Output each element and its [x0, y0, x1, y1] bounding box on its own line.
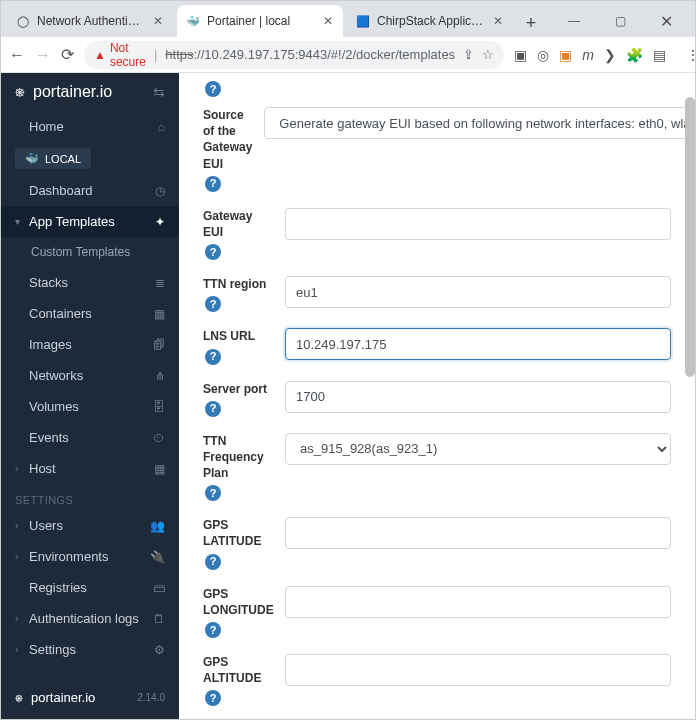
close-tab-icon[interactable]: ✕ — [491, 14, 505, 28]
portainer-logo-icon: ⎈ — [15, 83, 25, 101]
stacks-icon: ≣ — [155, 276, 165, 290]
favicon-icon: 🟦 — [355, 13, 371, 29]
scrollbar-thumb[interactable] — [685, 97, 695, 377]
sidebar-item-home[interactable]: Home⌂ — [1, 111, 179, 142]
gps-lat-input[interactable] — [285, 517, 671, 549]
help-icon[interactable]: ? — [205, 244, 221, 260]
help-icon[interactable]: ? — [205, 485, 221, 501]
sidebar-env-selector[interactable]: 🐳LOCAL — [1, 142, 179, 175]
share-icon[interactable]: ⇪ — [463, 47, 474, 62]
help-icon[interactable]: ? — [205, 349, 221, 365]
images-icon: 🗐 — [153, 338, 165, 352]
label-lns-url: LNS URL — [203, 328, 273, 344]
gps-alt-input[interactable] — [285, 654, 671, 686]
label-server-port: Server port — [203, 381, 273, 397]
label-gps-lon: GPS LONGITUDE — [203, 586, 273, 618]
forward-button[interactable]: → — [35, 46, 51, 64]
browser-menu-icon[interactable]: ⋮ — [686, 47, 696, 63]
close-tab-icon[interactable]: ✕ — [151, 14, 165, 28]
sidebar-item-auth-logs[interactable]: ›Authentication logs🗒 — [1, 603, 179, 634]
sidebar: ⎈ portainer.io ⇆ Home⌂ 🐳LOCAL Dashboard◷… — [1, 73, 179, 719]
tab-network-auth[interactable]: ◯ Network Authentication ✕ — [7, 5, 173, 37]
gateway-eui-input[interactable] — [285, 208, 671, 240]
sidebar-item-registries[interactable]: Registries🗃 — [1, 572, 179, 603]
extensions-menu-icon[interactable]: ❯ — [604, 47, 616, 63]
tab-title: Portainer | local — [207, 14, 315, 28]
help-icon[interactable]: ? — [205, 81, 221, 97]
window-close-button[interactable]: ✕ — [643, 5, 689, 37]
template-icon: ✦ — [155, 215, 165, 229]
reload-button[interactable]: ⟳ — [61, 45, 74, 64]
extension-icon[interactable]: ◎ — [537, 47, 549, 63]
brand-logo[interactable]: ⎈ portainer.io ⇆ — [1, 73, 179, 111]
networks-icon: ⋔ — [155, 369, 165, 383]
address-bar[interactable]: ▲ Not secure | https://10.249.197.175:94… — [84, 41, 504, 69]
label-gateway-eui: Gateway EUI — [203, 208, 273, 240]
chevron-right-icon: › — [15, 551, 29, 562]
version-label: 2.14.0 — [137, 692, 165, 703]
sidebar-item-custom-templates[interactable]: Custom Templates — [1, 237, 179, 267]
sidebar-item-users[interactable]: ›Users👥 — [1, 510, 179, 541]
gear-icon: ⚙ — [154, 643, 165, 657]
sidebar-item-dashboard[interactable]: Dashboard◷ — [1, 175, 179, 206]
ttn-region-input[interactable] — [285, 276, 671, 308]
label-gps-alt: GPS ALTITUDE — [203, 654, 273, 686]
browser-tabbar: ◯ Network Authentication ✕ 🐳 Portainer |… — [1, 1, 695, 37]
sidebar-item-volumes[interactable]: Volumes🗄 — [1, 391, 179, 422]
sidebar-item-app-templates[interactable]: ▾App Templates✦ — [1, 206, 179, 237]
back-button[interactable]: ← — [9, 46, 25, 64]
extension-icon[interactable]: ▣ — [559, 47, 572, 63]
main-content: ? Source of the Gateway EUI? Generate ga… — [179, 73, 695, 719]
chevron-down-icon: ▾ — [15, 216, 29, 227]
freq-plan-select[interactable]: as_915_928(as_923_1) — [285, 433, 671, 465]
tab-title: ChirpStack Application Server — [377, 14, 485, 28]
extension-icon[interactable]: ▤ — [653, 47, 666, 63]
brand-name: portainer.io — [33, 83, 112, 101]
new-tab-button[interactable]: + — [517, 9, 545, 37]
database-icon: 🗃 — [153, 581, 165, 595]
label-source-eui: Source of the Gateway EUI — [203, 107, 252, 172]
portainer-logo-icon: ⎈ — [15, 690, 23, 705]
help-icon[interactable]: ? — [205, 690, 221, 706]
gps-lon-input[interactable] — [285, 586, 671, 618]
help-icon[interactable]: ? — [205, 622, 221, 638]
close-tab-icon[interactable]: ✕ — [321, 14, 335, 28]
logs-icon: 🗒 — [153, 612, 165, 626]
window-minimize-button[interactable]: — — [551, 5, 597, 37]
help-icon[interactable]: ? — [205, 176, 221, 192]
sidebar-item-events[interactable]: Events⏲ — [1, 422, 179, 453]
help-icon[interactable]: ? — [205, 554, 221, 570]
sidebar-item-containers[interactable]: Containers▦ — [1, 298, 179, 329]
not-secure-badge[interactable]: ▲ Not secure — [94, 41, 146, 69]
window-maximize-button[interactable]: ▢ — [597, 5, 643, 37]
browser-toolbar: ← → ⟳ ▲ Not secure | https://10.249.197.… — [1, 37, 695, 73]
gauge-icon: ◷ — [155, 184, 165, 198]
extension-icon[interactable]: ▣ — [514, 47, 527, 63]
extension-icon[interactable]: 🧩 — [626, 47, 643, 63]
sidebar-item-host[interactable]: ›Host▦ — [1, 453, 179, 484]
tab-chirpstack[interactable]: 🟦 ChirpStack Application Server ✕ — [347, 5, 513, 37]
help-icon[interactable]: ? — [205, 296, 221, 312]
home-icon: ⌂ — [158, 120, 165, 134]
sidebar-heading-settings: SETTINGS — [1, 484, 179, 510]
server-port-input[interactable] — [285, 381, 671, 413]
help-icon[interactable]: ? — [205, 401, 221, 417]
collapse-sidebar-icon[interactable]: ⇆ — [153, 84, 165, 100]
sidebar-item-settings[interactable]: ›Settings⚙ — [1, 634, 179, 665]
containers-icon: ▦ — [154, 307, 165, 321]
sidebar-item-images[interactable]: Images🗐 — [1, 329, 179, 360]
sidebar-item-environments[interactable]: ›Environments🔌 — [1, 541, 179, 572]
url-text: https://10.249.197.175:9443/#!/2/docker/… — [165, 47, 455, 62]
extension-icon[interactable]: m — [582, 47, 594, 63]
lns-url-input[interactable] — [285, 328, 671, 360]
label-gps-lat: GPS LATITUDE — [203, 517, 273, 549]
favicon-icon: 🐳 — [185, 13, 201, 29]
tab-portainer[interactable]: 🐳 Portainer | local ✕ — [177, 5, 343, 37]
host-icon: ▦ — [154, 462, 165, 476]
sidebar-item-networks[interactable]: Networks⋔ — [1, 360, 179, 391]
source-eui-select[interactable]: Generate gateway EUI based on following … — [264, 107, 695, 139]
events-icon: ⏲ — [153, 431, 165, 445]
sidebar-item-stacks[interactable]: Stacks≣ — [1, 267, 179, 298]
chevron-right-icon: › — [15, 520, 29, 531]
bookmark-icon[interactable]: ☆ — [482, 47, 494, 62]
